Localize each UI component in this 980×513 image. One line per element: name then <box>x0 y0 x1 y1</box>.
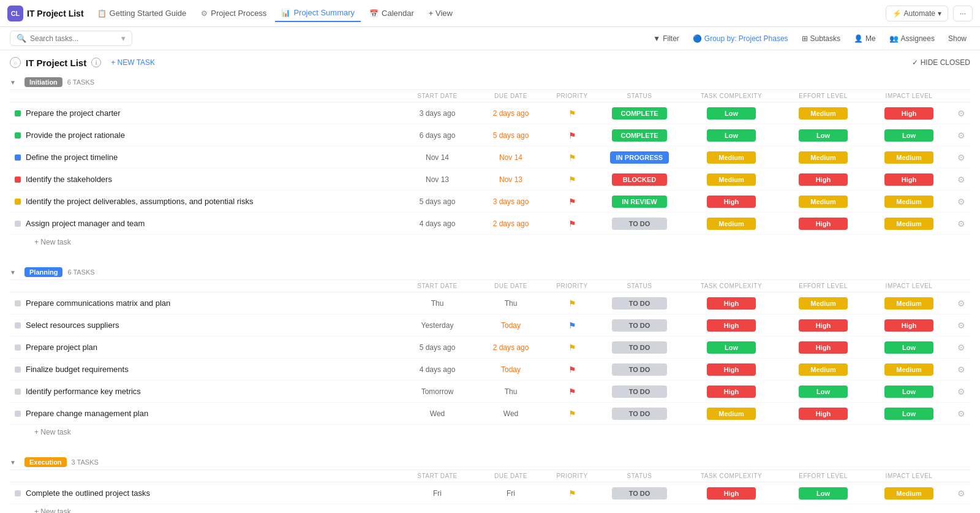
task-impact[interactable]: Low <box>866 386 952 398</box>
row-settings-icon[interactable]: ⚙ <box>952 219 970 229</box>
table-row[interactable]: Identify the project deliverables, assum… <box>10 191 970 213</box>
task-status[interactable]: IN PROGRESS <box>597 151 682 164</box>
task-effort[interactable]: Low <box>780 129 866 142</box>
task-effort[interactable]: Low <box>780 487 866 500</box>
task-complexity[interactable]: Low <box>682 129 780 142</box>
task-status[interactable]: TO DO <box>597 408 682 420</box>
task-effort[interactable]: High <box>780 319 866 332</box>
task-effort[interactable]: Medium <box>780 363 866 376</box>
task-status[interactable]: TO DO <box>597 218 682 230</box>
row-settings-icon[interactable]: ⚙ <box>952 488 970 498</box>
collapse-project-button[interactable]: ○ <box>10 57 21 68</box>
task-effort[interactable]: High <box>780 218 866 230</box>
new-task-link[interactable]: + New task <box>34 428 71 436</box>
task-effort[interactable]: Low <box>780 386 866 398</box>
tab-project-process[interactable]: ⚙ Project Process <box>195 5 273 21</box>
task-status[interactable]: BLOCKED <box>597 173 682 186</box>
row-settings-icon[interactable]: ⚙ <box>952 387 970 397</box>
row-settings-icon[interactable]: ⚙ <box>952 153 970 162</box>
task-status[interactable]: TO DO <box>597 341 682 354</box>
task-effort[interactable]: High <box>780 408 866 420</box>
task-complexity[interactable]: Low <box>682 341 780 354</box>
table-row[interactable]: Prepare communications matrix and plan T… <box>10 292 970 314</box>
tab-getting-started[interactable]: 📋 Getting Started Guide <box>91 5 193 21</box>
section-chevron-planning[interactable]: ▼ <box>10 269 20 276</box>
task-effort[interactable]: Medium <box>780 107 866 120</box>
row-settings-icon[interactable]: ⚙ <box>952 321 970 330</box>
task-impact[interactable]: Low <box>866 341 952 354</box>
assignees-button[interactable]: 👥 Assignees <box>886 32 938 45</box>
table-row[interactable]: Prepare the project charter 3 days ago 2… <box>10 102 970 124</box>
task-complexity[interactable]: Medium <box>682 218 780 230</box>
task-impact[interactable]: Medium <box>866 218 952 230</box>
table-row[interactable]: Identify performance key metrics Tomorro… <box>10 381 970 403</box>
task-impact[interactable]: Low <box>866 129 952 142</box>
filter-button[interactable]: ▼ Filter <box>649 32 683 45</box>
task-status[interactable]: IN REVIEW <box>597 196 682 208</box>
tab-project-summary[interactable]: 📊 Project Summary <box>275 4 361 22</box>
info-icon[interactable]: i <box>91 58 101 67</box>
row-settings-icon[interactable]: ⚙ <box>952 197 970 207</box>
new-task-link[interactable]: + New task <box>34 507 71 513</box>
group-by-button[interactable]: 🔵 Group by: Project Phases <box>689 32 792 45</box>
task-complexity[interactable]: High <box>682 363 780 376</box>
table-row[interactable]: Provide the project rationale 6 days ago… <box>10 124 970 146</box>
task-impact[interactable]: High <box>866 107 952 120</box>
show-button[interactable]: Show <box>944 32 970 45</box>
table-row[interactable]: Select resources suppliers Yesterday Tod… <box>10 314 970 336</box>
table-row[interactable]: Define the project timeline Nov 14 Nov 1… <box>10 146 970 169</box>
task-effort[interactable]: Medium <box>780 196 866 208</box>
table-row[interactable]: Assign project manager and team 4 days a… <box>10 213 970 235</box>
search-box[interactable]: 🔍 ▾ <box>10 31 132 46</box>
table-row[interactable]: Prepare project plan 5 days ago 2 days a… <box>10 336 970 359</box>
task-impact[interactable]: Medium <box>866 297 952 310</box>
task-complexity[interactable]: Medium <box>682 173 780 186</box>
tab-calendar[interactable]: 📅 Calendar <box>363 5 420 21</box>
automate-button[interactable]: ⚡ Automate ▾ <box>886 6 948 21</box>
search-input[interactable] <box>30 34 118 43</box>
task-complexity[interactable]: High <box>682 297 780 310</box>
task-effort[interactable]: Medium <box>780 297 866 310</box>
task-status[interactable]: TO DO <box>597 297 682 310</box>
table-row[interactable]: Complete the outlined project tasks Fri … <box>10 482 970 504</box>
task-impact[interactable]: Medium <box>866 487 952 500</box>
more-options-button[interactable]: ··· <box>953 6 973 21</box>
task-complexity[interactable]: High <box>682 319 780 332</box>
row-settings-icon[interactable]: ⚙ <box>952 343 970 352</box>
task-impact[interactable]: Medium <box>866 196 952 208</box>
table-row[interactable]: Identify the stakeholders Nov 13 Nov 13 … <box>10 169 970 191</box>
new-task-link[interactable]: + New task <box>34 238 71 246</box>
row-settings-icon[interactable]: ⚙ <box>952 409 970 419</box>
row-settings-icon[interactable]: ⚙ <box>952 298 970 308</box>
task-status[interactable]: TO DO <box>597 319 682 332</box>
task-effort[interactable]: High <box>780 173 866 186</box>
task-effort[interactable]: High <box>780 341 866 354</box>
task-impact[interactable]: Medium <box>866 363 952 376</box>
task-impact[interactable]: Low <box>866 408 952 420</box>
row-settings-icon[interactable]: ⚙ <box>952 175 970 184</box>
task-complexity[interactable]: Low <box>682 107 780 120</box>
task-status[interactable]: TO DO <box>597 386 682 398</box>
task-effort[interactable]: Medium <box>780 151 866 164</box>
task-status[interactable]: COMPLETE <box>597 107 682 120</box>
task-complexity[interactable]: High <box>682 487 780 500</box>
hide-closed-button[interactable]: ✓ HIDE CLOSED <box>912 58 970 67</box>
table-row[interactable]: Prepare change management plan Wed Wed ⚑… <box>10 403 970 425</box>
task-status[interactable]: COMPLETE <box>597 129 682 142</box>
task-complexity[interactable]: Medium <box>682 151 780 164</box>
task-complexity[interactable]: High <box>682 386 780 398</box>
task-impact[interactable]: Medium <box>866 151 952 164</box>
row-settings-icon[interactable]: ⚙ <box>952 131 970 140</box>
table-row[interactable]: Finalize budget requirements 4 days ago … <box>10 359 970 381</box>
task-impact[interactable]: High <box>866 173 952 186</box>
row-settings-icon[interactable]: ⚙ <box>952 365 970 374</box>
task-complexity[interactable]: Medium <box>682 408 780 420</box>
task-impact[interactable]: High <box>866 319 952 332</box>
section-chevron-initiation[interactable]: ▼ <box>10 79 20 86</box>
row-settings-icon[interactable]: ⚙ <box>952 108 970 118</box>
task-status[interactable]: TO DO <box>597 487 682 500</box>
task-status[interactable]: TO DO <box>597 363 682 376</box>
task-complexity[interactable]: High <box>682 196 780 208</box>
new-task-button[interactable]: + NEW TASK <box>106 56 160 69</box>
tab-add-view[interactable]: + View <box>423 5 459 21</box>
